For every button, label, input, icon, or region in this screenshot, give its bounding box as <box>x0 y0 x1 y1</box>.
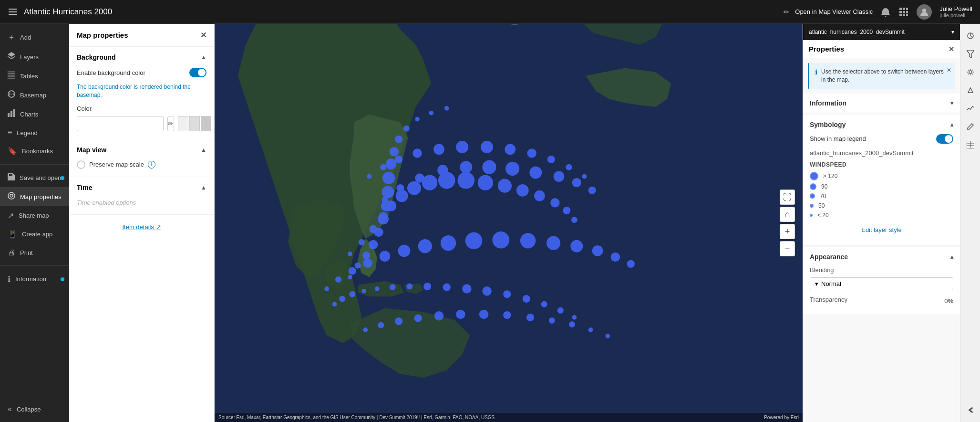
time-section-header[interactable]: Time ▲ <box>69 177 214 198</box>
item-details-link[interactable]: Item details ↗ <box>122 223 161 231</box>
sidebar-item-map-properties[interactable]: Map properties <box>0 187 69 206</box>
map-view-section-content: Preserve map scale i <box>69 160 214 177</box>
notification-icon[interactable] <box>880 7 891 17</box>
rail-collapse-icon[interactable] <box>962 402 979 418</box>
map-home-button[interactable]: ⌂ <box>780 207 795 222</box>
svg-point-80 <box>582 174 587 179</box>
svg-point-91 <box>390 147 399 156</box>
sidebar-item-share-map[interactable]: ↗ Share map <box>0 206 69 225</box>
svg-point-65 <box>570 240 583 253</box>
menu-icon[interactable] <box>8 7 18 17</box>
background-info-text: The background color is rendered behind … <box>77 83 206 99</box>
color-swatch-2[interactable] <box>189 116 200 131</box>
sidebar-item-legend-label: Legend <box>17 129 37 137</box>
blending-select[interactable]: ▾ Normal <box>810 277 953 290</box>
transparency-label: Transparency <box>810 296 847 303</box>
svg-point-114 <box>378 322 384 328</box>
svg-point-50 <box>550 198 559 207</box>
svg-rect-4 <box>903 8 905 10</box>
sidebar-item-print[interactable]: 🖨 Print <box>0 243 69 262</box>
svg-point-113 <box>363 327 368 332</box>
background-section-header[interactable]: Background ▲ <box>69 47 214 68</box>
open-classic-link[interactable]: Open in Map Viewer Classic <box>795 8 873 15</box>
symbology-section-content: Show in map legend atlantic_hurricanes_2… <box>803 134 960 245</box>
map-svg <box>215 24 803 422</box>
svg-rect-11 <box>906 14 908 16</box>
sidebar-item-save-open-label: Save and open <box>20 174 61 181</box>
sidebar-item-collapse-label: Collapse <box>17 406 41 413</box>
rail-effects-icon[interactable] <box>962 82 979 98</box>
edit-layer-style-link[interactable]: Edit layer style <box>810 222 953 238</box>
color-label: Color <box>77 105 206 112</box>
properties-close-button[interactable]: ✕ <box>949 45 954 53</box>
show-legend-row: Show in map legend <box>810 134 953 144</box>
sidebar-item-legend[interactable]: ≡ Legend <box>0 124 69 142</box>
bookmarks-icon: 🔖 <box>8 147 17 156</box>
sidebar-item-basemap[interactable]: Basemap <box>0 85 69 105</box>
color-edit-button[interactable]: ✏ <box>167 116 174 131</box>
topbar: Atlantic Hurricanes 2000 ✏ Open in Map V… <box>0 0 980 24</box>
symbology-section-header[interactable]: Symbology ▴ <box>803 115 960 134</box>
layer-selector-chevron-icon: ▾ <box>951 29 954 35</box>
rail-edit-icon[interactable] <box>962 118 979 135</box>
rail-configure-icon[interactable] <box>962 64 979 80</box>
svg-rect-6 <box>899 11 902 13</box>
information-icon: ℹ <box>8 274 10 284</box>
map-properties-close-button[interactable]: ✕ <box>200 31 206 40</box>
rail-filter-icon[interactable] <box>962 46 979 62</box>
svg-point-57 <box>380 251 391 262</box>
info-banner-close-button[interactable]: ✕ <box>947 67 951 74</box>
preserve-scale-row: Preserve map scale i <box>77 160 206 169</box>
avatar[interactable] <box>917 4 932 20</box>
svg-rect-7 <box>903 11 905 13</box>
color-swatch-3[interactable] <box>201 116 211 131</box>
share-icon: ↗ <box>8 211 14 220</box>
sidebar-item-tables-label: Tables <box>20 73 38 80</box>
enable-background-toggle[interactable] <box>189 68 206 77</box>
rail-style-icon[interactable] <box>962 28 979 44</box>
information-section-header[interactable]: Information ▾ <box>803 94 960 113</box>
rail-fields-icon[interactable] <box>962 137 979 153</box>
map-area[interactable]: ⛶ ⌂ + − Source: Esri, Maxar, Earthstar G… <box>215 24 803 422</box>
color-swatch-1[interactable] <box>178 116 188 131</box>
sidebar-item-save-open[interactable]: Save and open <box>0 169 69 187</box>
sidebar-item-collapse[interactable]: « Collapse <box>0 400 69 418</box>
svg-rect-3 <box>899 8 902 10</box>
topbar-right: Open in Map Viewer Classic Julie Powell … <box>795 4 972 20</box>
map-attribution: Source: Esri, Maxar, Earthstar Geographi… <box>215 413 803 422</box>
preserve-scale-info-icon[interactable]: i <box>148 161 155 169</box>
map-extent-button[interactable]: ⛶ <box>780 190 795 205</box>
sidebar-item-create-app[interactable]: 📱 Create app <box>0 225 69 243</box>
color-swatches <box>178 116 211 131</box>
svg-point-73 <box>433 144 444 155</box>
rail-analytics-icon[interactable] <box>962 100 979 116</box>
attribution-text: Source: Esri, Maxar, Earthstar Geographi… <box>218 415 495 420</box>
sidebar-item-add[interactable]: ＋ Add <box>0 28 69 47</box>
edit-title-icon[interactable]: ✏ <box>784 8 789 16</box>
svg-point-83 <box>362 252 370 259</box>
svg-point-85 <box>374 228 383 237</box>
sidebar-item-charts[interactable]: Charts <box>0 105 69 124</box>
color-input[interactable] <box>77 116 164 131</box>
svg-rect-14 <box>8 74 15 76</box>
preserve-scale-toggle[interactable] <box>77 160 85 169</box>
sidebar-item-information-label: Information <box>15 275 46 283</box>
apps-grid-icon[interactable] <box>898 7 909 17</box>
zoom-out-button[interactable]: − <box>780 241 795 256</box>
properties-title: Properties <box>809 45 844 53</box>
transparency-row: Transparency 0% <box>810 296 953 306</box>
svg-point-75 <box>481 141 493 153</box>
svg-point-33 <box>554 171 565 182</box>
sidebar-item-information[interactable]: ℹ Information <box>0 270 69 288</box>
sidebar-divider <box>0 164 69 165</box>
enable-background-label: Enable background color <box>77 69 145 76</box>
sidebar-item-layers[interactable]: Layers <box>0 47 69 66</box>
map-view-section-header[interactable]: Map view ▲ <box>69 139 214 160</box>
sidebar-item-tables[interactable]: Tables <box>0 66 69 85</box>
layer-selector-bar[interactable]: atlantic_hurricanes_2000_devSummit ▾ <box>803 24 960 40</box>
show-legend-toggle[interactable] <box>936 134 953 144</box>
appearance-section-header[interactable]: Appearance ▴ <box>803 247 960 266</box>
sidebar-item-bookmarks[interactable]: 🔖 Bookmarks <box>0 142 69 160</box>
zoom-in-button[interactable]: + <box>780 224 795 239</box>
legend-icon: ≡ <box>8 128 12 137</box>
